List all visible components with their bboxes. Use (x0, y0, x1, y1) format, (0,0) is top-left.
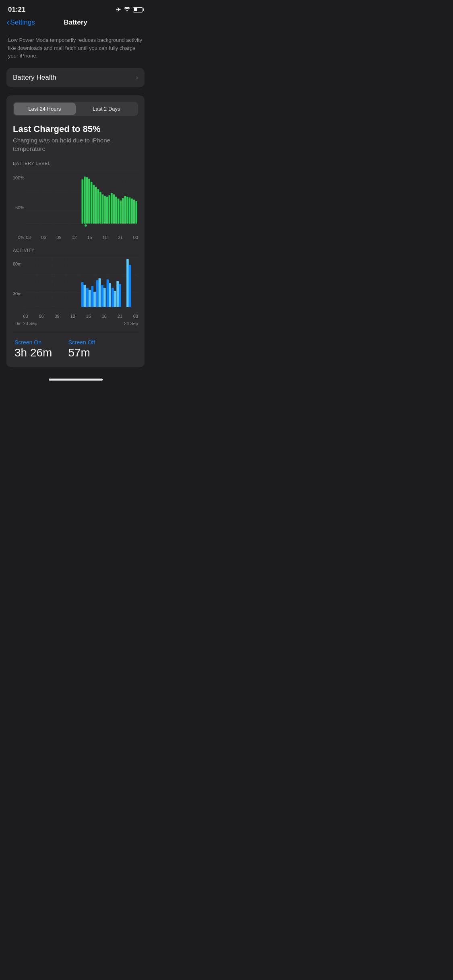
battery-y-axis: 100% 50% 0% (13, 175, 26, 240)
battery-level-label: BATTERY LEVEL (13, 161, 138, 166)
screen-off-value: 57m (68, 346, 95, 359)
svg-rect-53 (89, 290, 91, 307)
svg-rect-20 (99, 191, 101, 223)
svg-rect-13 (84, 176, 86, 223)
screen-on-value: 3h 26m (14, 346, 52, 359)
charged-title: Last Charged to 85% (13, 124, 138, 134)
battery-health-cell[interactable]: Battery Health › (6, 68, 145, 87)
svg-rect-65 (119, 284, 121, 307)
svg-rect-26 (113, 194, 115, 224)
svg-rect-30 (122, 198, 124, 223)
svg-rect-55 (94, 292, 96, 307)
svg-rect-12 (82, 179, 84, 224)
back-chevron-icon: ‹ (6, 18, 9, 27)
svg-rect-14 (86, 177, 88, 223)
wifi-icon (124, 6, 130, 13)
charge-info: Last Charged to 85% Charging was on hold… (13, 124, 138, 153)
content-area: Low Power Mode temporarily reduces backg… (0, 31, 151, 367)
svg-rect-27 (115, 196, 117, 223)
x-label-06: 06 (41, 235, 46, 240)
last-2-days-button[interactable]: Last 2 Days (76, 103, 138, 115)
status-time: 01:21 (8, 6, 25, 14)
nav-bar: ‹ Settings Battery (0, 17, 151, 31)
svg-rect-25 (111, 193, 113, 223)
screen-time-row: Screen On 3h 26m Screen Off 57m (13, 334, 138, 361)
battery-chart-svg (26, 169, 138, 233)
segment-control[interactable]: Last 24 Hours Last 2 Days (13, 102, 138, 116)
activity-chart-main: 03 06 09 12 15 18 21 00 23 Sep 24 Sep (23, 256, 138, 326)
x-label-18: 18 (103, 235, 108, 240)
battery-main-card: Last 24 Hours Last 2 Days Last Charged t… (6, 95, 145, 367)
battery-y-0: 0% (18, 235, 24, 240)
activity-y-30: 30m (13, 291, 21, 296)
svg-rect-32 (126, 196, 128, 223)
page-title: Battery (64, 19, 87, 27)
battery-health-chevron-icon: › (136, 74, 138, 82)
svg-rect-15 (88, 179, 90, 224)
battery-y-50: 50% (15, 205, 24, 210)
svg-rect-19 (97, 189, 99, 224)
back-button[interactable]: ‹ Settings (6, 18, 35, 27)
low-power-description: Low Power Mode temporarily reduces backg… (6, 31, 145, 68)
home-indicator (0, 375, 151, 382)
date-23-sep: 23 Sep (23, 321, 37, 326)
svg-rect-34 (131, 198, 133, 223)
x-label-00: 00 (133, 235, 138, 240)
svg-rect-24 (109, 195, 111, 224)
status-bar: 01:21 ✈ (0, 0, 151, 17)
ax-label-18: 18 (102, 314, 107, 319)
svg-rect-17 (93, 185, 95, 224)
charged-subtitle: Charging was on hold due to iPhone tempe… (13, 136, 138, 153)
svg-rect-29 (120, 200, 122, 224)
ax-label-06: 06 (39, 314, 43, 319)
battery-icon (133, 7, 143, 12)
svg-rect-63 (114, 291, 116, 307)
svg-rect-57 (99, 278, 101, 307)
back-label: Settings (10, 19, 35, 27)
svg-rect-36 (135, 201, 137, 224)
svg-rect-60 (107, 279, 109, 307)
x-label-03: 03 (26, 235, 31, 240)
svg-rect-18 (95, 187, 97, 223)
x-label-12: 12 (72, 235, 77, 240)
ax-label-00: 00 (133, 314, 138, 319)
svg-rect-28 (118, 198, 120, 223)
battery-x-axis: 03 06 09 12 15 18 21 00 (26, 233, 138, 240)
svg-rect-16 (91, 181, 93, 223)
svg-rect-66 (126, 259, 129, 307)
last-24-hours-button[interactable]: Last 24 Hours (14, 103, 76, 115)
date-24-sep: 24 Sep (124, 321, 138, 326)
ax-label-09: 09 (55, 314, 60, 319)
status-icons: ✈ (116, 6, 143, 13)
svg-rect-61 (109, 283, 112, 307)
ax-label-21: 21 (118, 314, 122, 319)
home-bar (49, 379, 103, 381)
svg-rect-56 (96, 280, 99, 307)
svg-rect-51 (84, 284, 86, 307)
activity-y-axis: 60m 30m 0m (13, 261, 23, 326)
svg-rect-50 (81, 282, 84, 307)
ax-label-15: 15 (86, 314, 91, 319)
x-label-15: 15 (87, 235, 92, 240)
battery-health-label: Battery Health (13, 74, 56, 82)
svg-rect-23 (106, 196, 108, 223)
svg-rect-33 (129, 197, 131, 223)
screen-off-label: Screen Off (68, 339, 95, 346)
x-label-21: 21 (118, 235, 123, 240)
svg-rect-58 (101, 284, 104, 307)
ax-label-12: 12 (70, 314, 75, 319)
ax-label-03: 03 (23, 314, 28, 319)
screen-on-item: Screen On 3h 26m (14, 339, 52, 359)
svg-rect-54 (91, 286, 94, 307)
activity-chart-svg (23, 256, 138, 312)
svg-rect-62 (112, 288, 114, 307)
svg-rect-64 (117, 281, 119, 307)
battery-chart-main: 03 06 09 12 15 18 21 00 (26, 169, 138, 240)
battery-level-chart: BATTERY LEVEL 100% 50% 0% (13, 161, 138, 240)
svg-rect-59 (103, 288, 106, 307)
date-labels: 23 Sep 24 Sep (23, 320, 138, 326)
battery-y-100: 100% (13, 175, 24, 180)
airplane-icon: ✈ (116, 6, 121, 13)
svg-rect-67 (129, 265, 131, 307)
svg-rect-31 (124, 196, 126, 223)
